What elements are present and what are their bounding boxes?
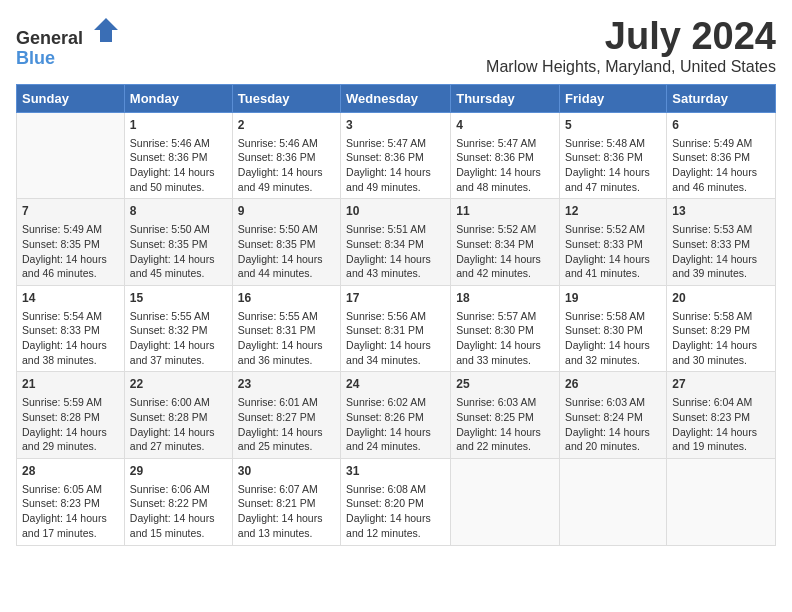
calendar-cell: 15Sunrise: 5:55 AMSunset: 8:32 PMDayligh…	[124, 285, 232, 372]
header-saturday: Saturday	[667, 84, 776, 112]
cell-info: Daylight: 14 hours	[238, 165, 335, 180]
cell-info: Sunset: 8:36 PM	[238, 150, 335, 165]
day-number: 7	[22, 203, 119, 220]
day-number: 15	[130, 290, 227, 307]
cell-info: Sunrise: 5:56 AM	[346, 309, 445, 324]
cell-info: Sunrise: 5:58 AM	[672, 309, 770, 324]
calendar-cell: 18Sunrise: 5:57 AMSunset: 8:30 PMDayligh…	[451, 285, 560, 372]
calendar-cell: 25Sunrise: 6:03 AMSunset: 8:25 PMDayligh…	[451, 372, 560, 459]
calendar-week-row: 14Sunrise: 5:54 AMSunset: 8:33 PMDayligh…	[17, 285, 776, 372]
day-number: 2	[238, 117, 335, 134]
cell-info: Sunrise: 5:52 AM	[456, 222, 554, 237]
cell-info: and 41 minutes.	[565, 266, 661, 281]
cell-info: and 49 minutes.	[346, 180, 445, 195]
cell-info: and 22 minutes.	[456, 439, 554, 454]
cell-info: and 50 minutes.	[130, 180, 227, 195]
cell-info: Daylight: 14 hours	[130, 338, 227, 353]
cell-info: Daylight: 14 hours	[346, 252, 445, 267]
calendar-cell: 29Sunrise: 6:06 AMSunset: 8:22 PMDayligh…	[124, 458, 232, 545]
cell-info: and 45 minutes.	[130, 266, 227, 281]
calendar-cell: 22Sunrise: 6:00 AMSunset: 8:28 PMDayligh…	[124, 372, 232, 459]
day-number: 11	[456, 203, 554, 220]
logo-icon	[92, 16, 120, 44]
cell-info: Sunset: 8:22 PM	[130, 496, 227, 511]
calendar-cell: 19Sunrise: 5:58 AMSunset: 8:30 PMDayligh…	[560, 285, 667, 372]
cell-info: Daylight: 14 hours	[456, 338, 554, 353]
day-number: 3	[346, 117, 445, 134]
cell-info: Sunset: 8:35 PM	[130, 237, 227, 252]
header-tuesday: Tuesday	[232, 84, 340, 112]
day-number: 23	[238, 376, 335, 393]
day-number: 5	[565, 117, 661, 134]
cell-info: Daylight: 14 hours	[565, 252, 661, 267]
calendar-cell	[560, 458, 667, 545]
cell-info: and 24 minutes.	[346, 439, 445, 454]
cell-info: Daylight: 14 hours	[456, 252, 554, 267]
calendar-cell: 26Sunrise: 6:03 AMSunset: 8:24 PMDayligh…	[560, 372, 667, 459]
cell-info: Sunset: 8:20 PM	[346, 496, 445, 511]
cell-info: Daylight: 14 hours	[346, 425, 445, 440]
title-area: July 2024 Marlow Heights, Maryland, Unit…	[486, 16, 776, 76]
cell-info: Sunset: 8:26 PM	[346, 410, 445, 425]
cell-info: and 48 minutes.	[456, 180, 554, 195]
cell-info: Sunset: 8:24 PM	[565, 410, 661, 425]
cell-info: Sunset: 8:33 PM	[22, 323, 119, 338]
cell-info: Sunrise: 6:08 AM	[346, 482, 445, 497]
cell-info: Sunset: 8:35 PM	[22, 237, 119, 252]
cell-info: Sunset: 8:32 PM	[130, 323, 227, 338]
cell-info: Sunrise: 5:49 AM	[22, 222, 119, 237]
cell-info: and 38 minutes.	[22, 353, 119, 368]
day-number: 16	[238, 290, 335, 307]
calendar-cell: 17Sunrise: 5:56 AMSunset: 8:31 PMDayligh…	[341, 285, 451, 372]
calendar-cell: 20Sunrise: 5:58 AMSunset: 8:29 PMDayligh…	[667, 285, 776, 372]
cell-info: Sunrise: 5:55 AM	[238, 309, 335, 324]
cell-info: Daylight: 14 hours	[672, 338, 770, 353]
day-number: 21	[22, 376, 119, 393]
cell-info: and 47 minutes.	[565, 180, 661, 195]
cell-info: and 42 minutes.	[456, 266, 554, 281]
cell-info: Daylight: 14 hours	[238, 252, 335, 267]
calendar-cell: 5Sunrise: 5:48 AMSunset: 8:36 PMDaylight…	[560, 112, 667, 199]
cell-info: and 46 minutes.	[22, 266, 119, 281]
cell-info: Daylight: 14 hours	[346, 165, 445, 180]
cell-info: Sunrise: 5:49 AM	[672, 136, 770, 151]
cell-info: Sunrise: 6:02 AM	[346, 395, 445, 410]
cell-info: Sunset: 8:30 PM	[565, 323, 661, 338]
calendar-cell: 28Sunrise: 6:05 AMSunset: 8:23 PMDayligh…	[17, 458, 125, 545]
logo: General Blue	[16, 16, 120, 69]
calendar-cell: 7Sunrise: 5:49 AMSunset: 8:35 PMDaylight…	[17, 199, 125, 286]
cell-info: Daylight: 14 hours	[130, 165, 227, 180]
calendar-cell: 6Sunrise: 5:49 AMSunset: 8:36 PMDaylight…	[667, 112, 776, 199]
cell-info: Sunrise: 5:50 AM	[238, 222, 335, 237]
cell-info: Daylight: 14 hours	[456, 165, 554, 180]
day-number: 27	[672, 376, 770, 393]
cell-info: Sunrise: 5:55 AM	[130, 309, 227, 324]
cell-info: and 36 minutes.	[238, 353, 335, 368]
day-number: 12	[565, 203, 661, 220]
day-number: 30	[238, 463, 335, 480]
cell-info: Daylight: 14 hours	[346, 338, 445, 353]
day-number: 4	[456, 117, 554, 134]
cell-info: and 27 minutes.	[130, 439, 227, 454]
calendar-week-row: 21Sunrise: 5:59 AMSunset: 8:28 PMDayligh…	[17, 372, 776, 459]
calendar-cell: 8Sunrise: 5:50 AMSunset: 8:35 PMDaylight…	[124, 199, 232, 286]
cell-info: Sunrise: 5:48 AM	[565, 136, 661, 151]
cell-info: Sunset: 8:36 PM	[130, 150, 227, 165]
cell-info: Sunset: 8:31 PM	[346, 323, 445, 338]
day-number: 24	[346, 376, 445, 393]
cell-info: Daylight: 14 hours	[672, 252, 770, 267]
cell-info: Sunrise: 5:58 AM	[565, 309, 661, 324]
cell-info: Sunset: 8:35 PM	[238, 237, 335, 252]
day-number: 18	[456, 290, 554, 307]
day-number: 1	[130, 117, 227, 134]
cell-info: Daylight: 14 hours	[22, 425, 119, 440]
cell-info: Sunset: 8:34 PM	[346, 237, 445, 252]
cell-info: Daylight: 14 hours	[672, 165, 770, 180]
day-number: 25	[456, 376, 554, 393]
cell-info: Sunrise: 5:57 AM	[456, 309, 554, 324]
calendar-cell: 9Sunrise: 5:50 AMSunset: 8:35 PMDaylight…	[232, 199, 340, 286]
calendar-cell: 14Sunrise: 5:54 AMSunset: 8:33 PMDayligh…	[17, 285, 125, 372]
cell-info: and 32 minutes.	[565, 353, 661, 368]
calendar-cell: 2Sunrise: 5:46 AMSunset: 8:36 PMDaylight…	[232, 112, 340, 199]
day-number: 26	[565, 376, 661, 393]
